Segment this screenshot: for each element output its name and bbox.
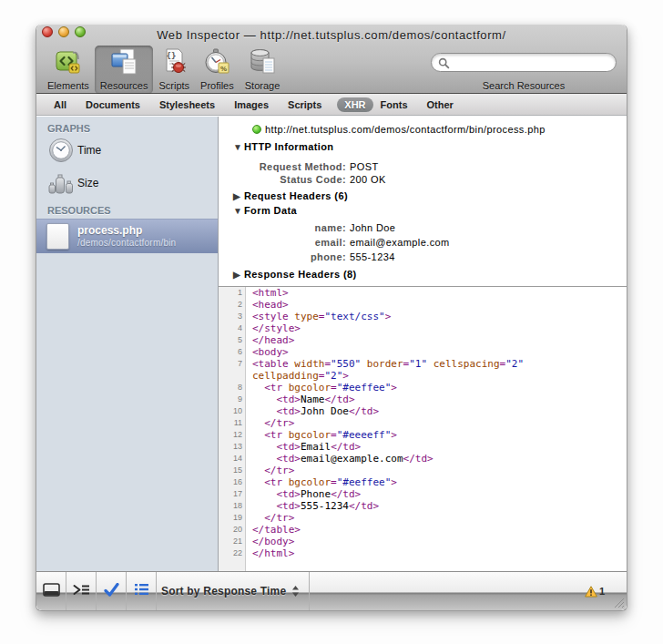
line-number[interactable]: 10 [219, 405, 247, 417]
error-warning-toggle-button[interactable] [97, 572, 127, 610]
line-number[interactable]: 12 [219, 429, 247, 441]
section-header-label: Response Headers (8) [244, 269, 357, 280]
filter-tab-xhr[interactable]: XHR [337, 97, 372, 112]
minimize-window-button[interactable] [58, 26, 69, 37]
filter-tab-fonts[interactable]: Fonts [381, 97, 408, 112]
main-area: GRAPHS TimeSize RESOURCES process.php /d… [36, 117, 627, 571]
section-header-http-information[interactable]: ▼HTTP Information [219, 140, 627, 153]
line-number[interactable]: 4 [219, 322, 247, 334]
kv-row: Status Code:200 OK [219, 173, 627, 186]
kv-value: 200 OK [350, 174, 386, 185]
section-header-form-data[interactable]: ▼Form Data [219, 204, 627, 217]
svg-text:%: % [220, 65, 227, 73]
filter-tab-scripts[interactable]: Scripts [288, 97, 321, 112]
toolbar-button-storage[interactable]: Storage [240, 46, 286, 94]
dock-icon [43, 583, 60, 600]
disclosure-open-icon: ▼ [233, 206, 244, 216]
list-view-button[interactable] [127, 572, 157, 610]
title-bar: Web Inspector — http://net.tutsplus.com/… [36, 25, 627, 94]
sidebar: GRAPHS TimeSize RESOURCES process.php /d… [36, 117, 219, 571]
line-number[interactable]: 6 [219, 346, 247, 358]
source-line: 10 <td>John Doe</td> [219, 405, 627, 417]
sort-dropdown[interactable]: Sort by Response Time [157, 572, 310, 610]
dock-toggle-button[interactable] [36, 572, 66, 610]
line-number[interactable]: 22 [219, 547, 247, 559]
filter-tab-images[interactable]: Images [234, 97, 269, 112]
line-number[interactable]: 21 [219, 536, 247, 547]
graphs-section-header: GRAPHS [47, 123, 90, 134]
source-line: 16 <tr bgcolor="#eeffee"> [219, 476, 627, 488]
toolbar-button-elements[interactable]: Elements [42, 46, 95, 94]
source-line: 15 </tr> [219, 465, 627, 476]
source-line: 22</html> [219, 547, 627, 559]
resources-icon [109, 47, 138, 80]
search-label: Search Resources [431, 80, 617, 91]
web-inspector-window: Web Inspector — http://net.tutsplus.com/… [36, 25, 627, 611]
section-header-response-headers-8-[interactable]: ▶Response Headers (8) [219, 268, 627, 281]
clock-icon [48, 138, 74, 163]
resource-detail-panel: http://net.tutsplus.com/demos/contactfor… [219, 117, 627, 571]
profiles-icon: % [202, 47, 231, 80]
zoom-window-button[interactable] [75, 26, 86, 37]
filter-tab-other[interactable]: Other [427, 97, 454, 112]
kv-label: phone: [219, 251, 346, 262]
kv-row: email:email@example.com [219, 236, 627, 249]
scripts-icon: {} [159, 47, 189, 80]
window-title: Web Inspector — http://net.tutsplus.com/… [91, 26, 572, 44]
toolbar-button-resources[interactable]: Resources [95, 46, 154, 94]
toolbar-button-scripts[interactable]: {}Scripts [153, 46, 195, 94]
search-input[interactable] [431, 53, 617, 72]
line-number[interactable]: 5 [219, 334, 247, 346]
toolbar-button-profiles[interactable]: %Profiles [195, 46, 240, 94]
resource-filter-bar: AllDocumentsStylesheetsImagesScriptsXHRF… [36, 94, 627, 116]
line-number[interactable]: 17 [219, 488, 247, 500]
kv-row: name:John Doe [219, 221, 627, 234]
line-number[interactable]: 9 [219, 394, 247, 405]
line-number[interactable]: 18 [219, 500, 247, 512]
line-number[interactable]: 20 [219, 524, 247, 536]
resource-path: /demos/contactform/bin [77, 238, 176, 248]
line-number[interactable]: 19 [219, 512, 247, 524]
resource-name: process.php [77, 224, 142, 237]
kv-value: John Doe [350, 222, 395, 233]
source-line: 5</head> [219, 334, 627, 346]
line-number[interactable]: 3 [219, 311, 247, 322]
line-number[interactable]: 2 [219, 299, 247, 311]
filter-tab-all[interactable]: All [54, 97, 66, 112]
line-number[interactable]: 14 [219, 453, 247, 465]
line-number[interactable]: 7 [219, 358, 247, 370]
svg-text:{}: {} [167, 51, 177, 60]
filter-tab-stylesheets[interactable]: Stylesheets [159, 97, 215, 112]
disclosure-closed-icon: ▶ [233, 191, 244, 201]
resize-grip[interactable] [612, 596, 625, 608]
toolbar-button-label: Scripts [158, 80, 189, 91]
sort-dropdown-label: Sort by Response Time [161, 585, 286, 598]
console-button[interactable] [66, 572, 97, 610]
source-line: 4</style> [219, 322, 627, 334]
warnings-indicator[interactable]: 1 [585, 586, 605, 598]
source-line: 11 </tr> [219, 417, 627, 429]
request-url-row: http://net.tutsplus.com/demos/contactfor… [219, 123, 627, 136]
filter-tab-documents[interactable]: Documents [86, 97, 140, 112]
source-line: 19 </tr> [219, 512, 627, 524]
sidebar-item-process-php[interactable]: process.php /demos/contactform/bin [36, 219, 218, 253]
line-number[interactable]: 11 [219, 417, 247, 429]
errors-check-icon [104, 583, 119, 600]
line-number[interactable]: 15 [219, 465, 247, 476]
kv-row: phone:555-1234 [219, 250, 627, 263]
line-number[interactable]: 16 [219, 476, 247, 488]
sort-updown-arrows-icon [291, 585, 300, 598]
source-line: 3<style type="text/css"> [219, 311, 627, 322]
request-url: http://net.tutsplus.com/demos/contactfor… [265, 124, 546, 135]
source-line: 1<html> [219, 287, 627, 299]
kv-label: name: [219, 222, 346, 233]
section-header-label: Request Headers (6) [244, 190, 348, 201]
line-number[interactable]: 8 [219, 382, 247, 394]
line-number[interactable]: 13 [219, 441, 247, 453]
line-number[interactable]: 1 [219, 287, 247, 299]
status-dot-icon [252, 125, 261, 134]
section-header-request-headers-6-[interactable]: ▶Request Headers (6) [219, 189, 627, 202]
close-window-button[interactable] [42, 26, 53, 37]
weights-icon [48, 170, 74, 196]
toolbar-button-label: Elements [47, 80, 89, 91]
